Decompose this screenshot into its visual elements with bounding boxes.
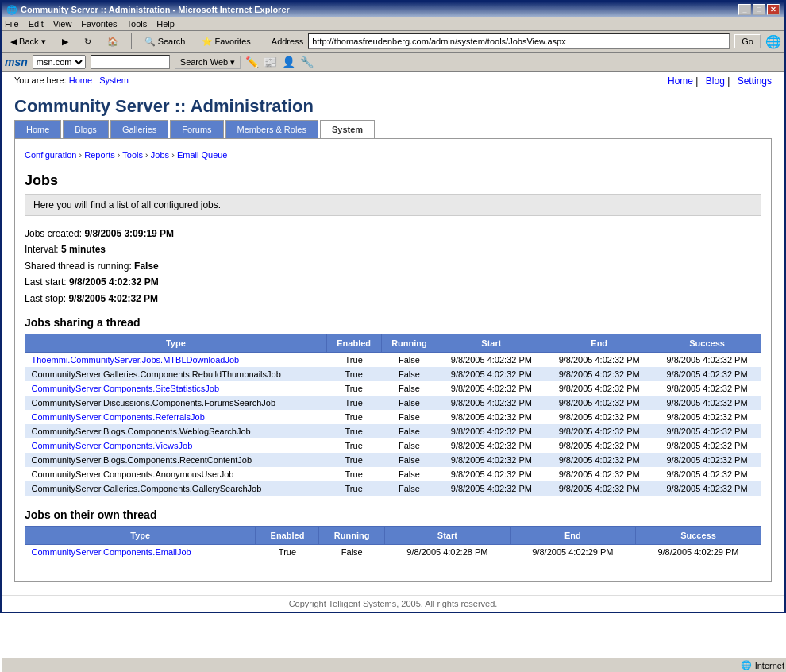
sub-breadcrumb-tools[interactable]: Tools <box>122 150 143 160</box>
menu-edit[interactable]: Edit <box>29 19 44 29</box>
sub-breadcrumb-sep3: › <box>145 150 151 160</box>
jobs-own-thread-table: Type Enabled Running Start End Success C… <box>25 526 761 559</box>
close-button[interactable]: ✕ <box>767 4 780 15</box>
job-enabled-cell: True <box>326 367 381 381</box>
msn-bar: msn msn.com Search Web ▾ ✏️ 📰 👤 🔧 <box>2 53 784 72</box>
content-area: Configuration › Reports › Tools › Jobs ›… <box>14 138 772 582</box>
col-enabled: Enabled <box>326 334 381 352</box>
breadcrumb-system[interactable]: System <box>99 75 129 85</box>
menu-favorites[interactable]: Favorites <box>81 19 117 29</box>
top-right-links: Home | Blog | Settings <box>657 74 778 88</box>
top-link-settings[interactable]: Settings <box>738 75 772 87</box>
back-button[interactable]: ◀ Back ▾ <box>5 34 52 49</box>
job-running-cell: False <box>381 410 437 424</box>
job-enabled-cell: True <box>256 544 319 559</box>
table-row: CommunityServer.Blogs.Components.WeblogS… <box>25 424 761 438</box>
sub-breadcrumb-reports[interactable]: Reports <box>84 150 115 160</box>
msn-search-input[interactable] <box>91 55 170 69</box>
top-link-blog[interactable]: Blog <box>706 75 725 87</box>
job-start-cell: 9/8/2005 4:02:32 PM <box>437 352 545 367</box>
table-row: CommunityServer.Components.AnonymousUser… <box>25 467 761 481</box>
col-running: Running <box>381 334 437 352</box>
last-stop: Last stop: 9/8/2005 4:02:32 PM <box>25 291 761 307</box>
last-start: Last start: 9/8/2005 4:02:32 PM <box>25 274 761 290</box>
msn-search-web-button[interactable]: Search Web ▾ <box>175 56 241 69</box>
tab-forums[interactable]: Forums <box>170 120 223 138</box>
title-bar: 🌐 Community Server :: Administration - M… <box>2 2 784 17</box>
job-end-cell: 9/8/2005 4:02:32 PM <box>545 438 653 453</box>
address-bar: ◀ Back ▾ ▶ ↻ 🏠 🔍 Search ⭐ Favorites Addr… <box>2 31 784 53</box>
favorites-toolbar-button[interactable]: ⭐ Favorites <box>196 34 256 49</box>
job-type-cell: CommunityServer.Blogs.Components.RecentC… <box>25 453 327 467</box>
table-row: CommunityServer.Components.ReferralsJobT… <box>25 410 761 424</box>
minimize-button[interactable]: _ <box>738 4 751 15</box>
job-start-cell: 9/8/2005 4:02:32 PM <box>437 481 545 496</box>
home-button[interactable]: 🏠 <box>102 34 124 49</box>
tab-system[interactable]: System <box>320 120 375 138</box>
maximize-button[interactable]: □ <box>753 4 765 15</box>
job-type-cell: CommunityServer.Galleries.Components.Reb… <box>25 367 327 381</box>
job-success-cell: 9/8/2005 4:02:32 PM <box>653 410 761 424</box>
job-running-cell: False <box>381 453 437 467</box>
msn-dropdown[interactable]: msn.com <box>33 55 86 69</box>
tab-blogs[interactable]: Blogs <box>63 120 109 138</box>
job-type-cell: CommunityServer.Components.SiteStatistic… <box>25 381 327 396</box>
table-row: CommunityServer.Galleries.Components.Reb… <box>25 367 761 381</box>
sub-breadcrumb-email-queue[interactable]: Email Queue <box>177 150 228 160</box>
menu-file[interactable]: File <box>5 19 19 29</box>
job-start-cell: 9/8/2005 4:02:32 PM <box>437 453 545 467</box>
sub-breadcrumb-sep4: › <box>171 150 177 160</box>
tab-members-roles[interactable]: Members & Roles <box>225 120 318 138</box>
job-type-cell: CommunityServer.Components.ReferralsJob <box>25 410 327 424</box>
job-success-cell: 9/8/2005 4:02:32 PM <box>653 367 761 381</box>
interval-value: 5 minutes <box>61 244 106 255</box>
menu-tools[interactable]: Tools <box>127 19 148 29</box>
job-start-cell: 9/8/2005 4:02:32 PM <box>437 438 545 453</box>
menu-help[interactable]: Help <box>156 19 175 29</box>
refresh-button[interactable]: ↻ <box>79 34 97 49</box>
job-type-cell: CommunityServer.Components.AnonymousUser… <box>25 467 327 481</box>
job-enabled-cell: True <box>326 410 381 424</box>
interval: Interval: 5 minutes <box>25 241 761 257</box>
msn-icon-1: ✏️ <box>245 56 259 68</box>
menu-view[interactable]: View <box>53 19 72 29</box>
footer-text: Copyright Telligent Systems, 2005. All r… <box>289 599 498 608</box>
job-success-cell: 9/8/2005 4:02:32 PM <box>653 467 761 481</box>
table2-title: Jobs on their own thread <box>25 508 761 521</box>
page-title: Community Server :: Administration <box>2 90 784 120</box>
top-link-home[interactable]: Home <box>668 75 693 87</box>
last-start-value: 9/8/2005 4:02:32 PM <box>69 276 159 288</box>
sub-breadcrumb-jobs[interactable]: Jobs <box>151 150 169 160</box>
job-type-cell: CommunityServer.Discussions.Components.F… <box>25 396 327 410</box>
job-end-cell: 9/8/2005 4:02:32 PM <box>545 367 653 381</box>
job-enabled-cell: True <box>326 481 381 496</box>
address-input[interactable] <box>308 33 730 49</box>
table2-header-row: Type Enabled Running Start End Success <box>25 526 761 544</box>
col2-success: Success <box>635 526 761 544</box>
window-title: Community Server :: Administration - Mic… <box>21 5 290 14</box>
search-toolbar-button[interactable]: 🔍 Search <box>139 34 191 49</box>
job-type-link[interactable]: Thoemmi.CommunityServer.Jobs.MTBLDownloa… <box>32 355 240 365</box>
job-running-cell: False <box>381 367 437 381</box>
forward-button[interactable]: ▶ <box>56 34 74 49</box>
tab-home[interactable]: Home <box>14 120 61 138</box>
job-success-cell: 9/8/2005 4:02:32 PM <box>653 481 761 496</box>
job-type-link[interactable]: CommunityServer.Components.ViewsJob <box>32 441 193 450</box>
you-are-here-label: You are here: <box>14 75 69 85</box>
go-button[interactable]: Go <box>734 34 761 48</box>
tab-galleries[interactable]: Galleries <box>110 120 168 138</box>
job-enabled-cell: True <box>326 424 381 438</box>
col-start: Start <box>437 334 545 352</box>
breadcrumb-home[interactable]: Home <box>69 75 92 85</box>
job-type-link[interactable]: CommunityServer.Components.EmailJob <box>32 547 191 557</box>
job-enabled-cell: True <box>326 352 381 367</box>
last-stop-value: 9/8/2005 4:02:32 PM <box>68 293 158 304</box>
job-enabled-cell: True <box>326 453 381 467</box>
sub-breadcrumb-configuration[interactable]: Configuration <box>25 150 76 160</box>
job-start-cell: 9/8/2005 4:02:32 PM <box>437 424 545 438</box>
col-success: Success <box>653 334 761 352</box>
job-type-link[interactable]: CommunityServer.Components.SiteStatistic… <box>32 384 220 393</box>
job-success-cell: 9/8/2005 4:02:32 PM <box>653 381 761 396</box>
table-row: CommunityServer.Blogs.Components.RecentC… <box>25 453 761 467</box>
job-type-link[interactable]: CommunityServer.Components.ReferralsJob <box>32 412 205 422</box>
